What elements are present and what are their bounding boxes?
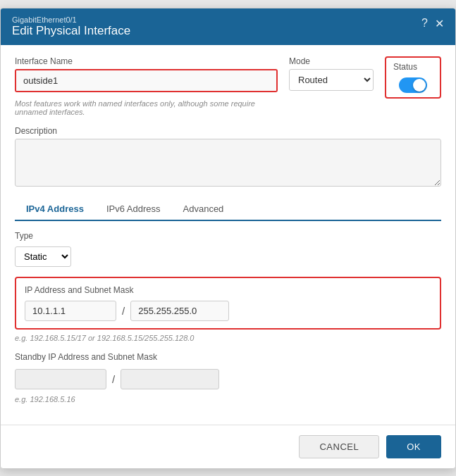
- description-group: Description: [15, 126, 441, 187]
- ok-button[interactable]: OK: [386, 435, 441, 458]
- mode-group: Mode Routed Transparent Passive: [289, 56, 374, 91]
- description-textarea[interactable]: [15, 139, 441, 187]
- status-group: Status: [385, 56, 441, 99]
- ip-subnet-inputs: /: [25, 301, 431, 321]
- interface-name-hint: Most features work with named interfaces…: [15, 99, 278, 116]
- ip-subnet-label: IP Address and Subnet Mask: [25, 285, 431, 295]
- type-select-wrapper: Static DHCP PPPoE: [15, 246, 441, 267]
- tab-content-ipv4: Type Static DHCP PPPoE IP Address and Su…: [15, 221, 441, 413]
- tab-ipv6[interactable]: IPv6 Address: [95, 198, 172, 221]
- tab-ipv4[interactable]: IPv4 Address: [15, 198, 95, 221]
- header-title: Edit Physical Interface: [12, 24, 130, 38]
- standby-slash-separator: /: [112, 373, 115, 385]
- type-select[interactable]: Static DHCP PPPoE: [15, 246, 71, 267]
- standby-inputs: /: [15, 369, 441, 389]
- dialog-body: Interface Name Most features work with n…: [1, 45, 455, 425]
- tabs: IPv4 Address IPv6 Address Advanced: [15, 198, 441, 221]
- mode-label: Mode: [289, 56, 374, 66]
- status-label: Status: [393, 62, 433, 72]
- standby-group: Standby IP Address and Subnet Mask / e.g…: [15, 352, 441, 403]
- standby-label: Standby IP Address and Subnet Mask: [15, 352, 441, 362]
- ip-address-input[interactable]: [25, 301, 116, 321]
- type-label: Type: [15, 231, 441, 241]
- interface-name-input[interactable]: [16, 70, 276, 91]
- header-text: GigabitEthernet0/1 Edit Physical Interfa…: [12, 15, 130, 38]
- header-subtitle: GigabitEthernet0/1: [12, 15, 130, 24]
- close-icon[interactable]: ✕: [435, 17, 444, 30]
- description-label: Description: [15, 126, 441, 136]
- help-icon[interactable]: ?: [421, 17, 428, 30]
- ip-subnet-hint: e.g. 192.168.5.15/17 or 192.168.5.15/255…: [15, 334, 441, 342]
- status-toggle-wrapper: [393, 77, 433, 93]
- ip-subnet-group: IP Address and Subnet Mask /: [15, 277, 441, 330]
- header-actions: ? ✕: [421, 15, 444, 30]
- interface-name-box: [15, 69, 278, 92]
- top-row: Interface Name Most features work with n…: [15, 56, 441, 116]
- status-toggle[interactable]: [399, 77, 427, 93]
- interface-name-label: Interface Name: [15, 56, 278, 66]
- dialog-footer: CANCEL OK: [1, 425, 455, 468]
- standby-ip-input[interactable]: [15, 369, 106, 389]
- subnet-mask-input[interactable]: [130, 301, 229, 321]
- type-group: Type Static DHCP PPPoE: [15, 231, 441, 267]
- tab-advanced[interactable]: Advanced: [172, 198, 235, 221]
- dialog-header: GigabitEthernet0/1 Edit Physical Interfa…: [1, 8, 455, 45]
- slash-separator: /: [122, 305, 125, 317]
- edit-physical-interface-dialog: GigabitEthernet0/1 Edit Physical Interfa…: [0, 8, 456, 469]
- interface-name-group: Interface Name Most features work with n…: [15, 56, 278, 116]
- standby-subnet-input[interactable]: [121, 369, 219, 389]
- cancel-button[interactable]: CANCEL: [299, 435, 379, 458]
- mode-select[interactable]: Routed Transparent Passive: [289, 69, 374, 91]
- standby-hint: e.g. 192.168.5.16: [15, 395, 441, 403]
